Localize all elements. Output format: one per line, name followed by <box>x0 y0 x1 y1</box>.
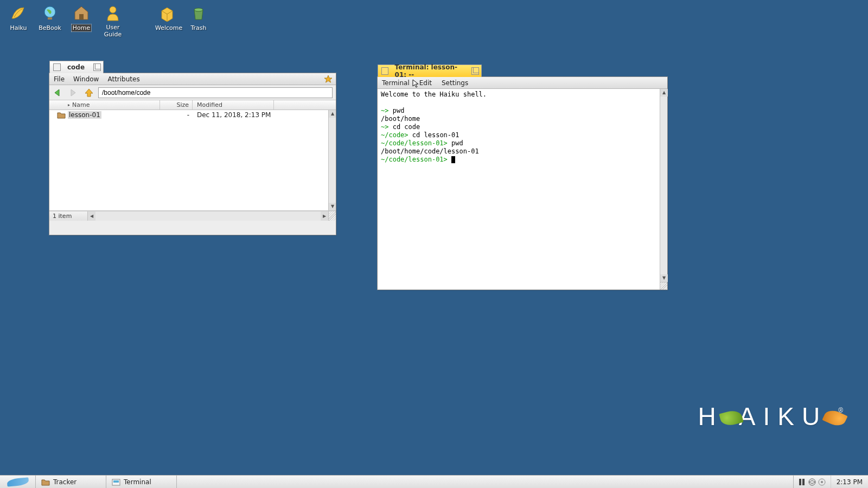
tracker-titlebar[interactable]: code <box>49 61 104 73</box>
task-label: Terminal <box>124 478 151 486</box>
forward-button[interactable] <box>68 87 80 98</box>
close-icon[interactable] <box>53 63 61 71</box>
desktop-icon-label: BeBook <box>37 24 62 31</box>
column-modified[interactable]: Modified <box>193 100 274 110</box>
globe-icon <box>41 4 59 22</box>
column-name[interactable]: Name <box>49 100 160 110</box>
file-size: - <box>160 111 193 119</box>
favorites-icon[interactable] <box>324 75 333 84</box>
zoom-icon[interactable] <box>93 63 101 71</box>
file-name: lesson-01 <box>68 111 160 119</box>
terminal-icon <box>112 478 120 486</box>
file-list[interactable]: lesson-01 - Dec 11, 2018, 2:13 PM ▲ ▼ <box>49 110 336 211</box>
desktop-icon-label: Trash <box>189 24 207 31</box>
svg-point-11 <box>821 481 823 483</box>
menu-window[interactable]: Window <box>73 75 99 83</box>
haiku-logo: HAIKU® <box>698 402 843 431</box>
terminal-output[interactable]: Welcome to the Haiku shell. ~> pwd /boot… <box>378 89 667 282</box>
svg-rect-1 <box>48 17 52 20</box>
desktop-icon-label: Haiku <box>9 24 28 31</box>
window-title: Terminal: lesson-01: -- <box>395 63 467 79</box>
terminal-window: Terminal: lesson-01: -- Terminal Edit Se… <box>377 76 668 290</box>
desktop-icon-label: Welcome <box>154 24 183 31</box>
file-modified: Dec 11, 2018, 2:13 PM <box>193 111 271 119</box>
svg-rect-8 <box>802 479 805 485</box>
tracker-window: code File Window Attributes Name Size Mo… <box>49 73 336 235</box>
task-label: Tracker <box>53 478 76 486</box>
close-icon[interactable] <box>381 67 388 75</box>
scroll-down-icon[interactable]: ▼ <box>660 274 668 282</box>
svg-point-3 <box>110 7 116 13</box>
tracker-menubar: File Window Attributes <box>49 73 336 85</box>
vertical-scrollbar[interactable]: ▲ ▼ <box>328 110 336 210</box>
folder-icon <box>41 478 50 486</box>
item-count: 1 item <box>53 213 72 220</box>
zoom-icon[interactable] <box>471 67 479 75</box>
terminal-body[interactable]: Welcome to the Haiku shell. ~> pwd /boot… <box>378 89 667 290</box>
scroll-right-icon[interactable]: ▶ <box>321 211 328 221</box>
tray-proc-icon[interactable] <box>798 478 807 486</box>
desktop-icon-bebook[interactable]: BeBook <box>37 4 63 38</box>
resize-handle[interactable] <box>328 211 336 221</box>
folder-icon <box>49 111 68 119</box>
feather-icon <box>7 477 29 486</box>
box-icon <box>158 4 176 22</box>
column-headers: Name Size Modified <box>49 100 336 110</box>
file-row[interactable]: lesson-01 - Dec 11, 2018, 2:13 PM <box>49 110 336 120</box>
tracker-toolbar <box>49 85 336 100</box>
person-icon <box>104 4 122 22</box>
desktop-icon-userguide[interactable]: User Guide <box>100 4 126 38</box>
taskbar: Tracker Terminal 2:13 PM <box>0 475 868 488</box>
desktop-icon-label: Home <box>72 24 91 31</box>
clock[interactable]: 2:13 PM <box>831 476 868 488</box>
scroll-up-icon[interactable]: ▲ <box>329 110 336 118</box>
tray-disc-icon[interactable] <box>818 478 826 486</box>
terminal-menubar: Terminal Edit Settings <box>378 77 667 89</box>
column-size[interactable]: Size <box>160 100 193 110</box>
leaf-icon <box>10 4 27 22</box>
resize-handle[interactable] <box>660 282 667 290</box>
system-tray <box>793 476 831 488</box>
desktop-icon-label: User Guide <box>100 24 126 38</box>
svg-rect-6 <box>113 480 119 483</box>
svg-rect-2 <box>79 14 84 20</box>
status-bar: 1 item ◀ ▶ <box>49 211 336 221</box>
terminal-titlebar[interactable]: Terminal: lesson-01: -- <box>378 65 482 77</box>
menu-terminal[interactable]: Terminal <box>382 79 410 87</box>
menu-edit[interactable]: Edit <box>419 79 432 87</box>
svg-point-4 <box>194 8 203 11</box>
vertical-scrollbar[interactable]: ▲ ▼ <box>660 89 667 282</box>
back-button[interactable] <box>53 87 65 98</box>
column-spacer <box>274 100 336 110</box>
window-title: code <box>67 63 85 71</box>
menu-settings[interactable]: Settings <box>442 79 468 87</box>
tray-network-icon[interactable] <box>808 478 816 486</box>
taskbar-spacer <box>177 476 793 488</box>
scroll-up-icon[interactable]: ▲ <box>660 89 668 97</box>
menu-attributes[interactable]: Attributes <box>107 75 139 83</box>
deskbar-leaf-button[interactable] <box>0 476 36 488</box>
desktop-icon-haiku[interactable]: Haiku <box>5 4 31 38</box>
home-folder-icon <box>73 4 90 22</box>
path-input[interactable] <box>98 87 333 98</box>
desktop-icon-home[interactable]: Home <box>68 4 94 38</box>
scroll-down-icon[interactable]: ▼ <box>329 203 336 210</box>
trash-icon <box>190 4 207 22</box>
scroll-left-icon[interactable]: ◀ <box>88 211 95 221</box>
svg-point-9 <box>809 479 815 485</box>
up-button[interactable] <box>83 87 95 98</box>
desktop-icon-welcome[interactable]: Welcome <box>154 4 180 38</box>
desktop-icons: Haiku BeBook Home User Guide Welcome Tra… <box>5 4 212 38</box>
svg-rect-7 <box>799 479 801 485</box>
desktop-icon-trash[interactable]: Trash <box>186 4 212 38</box>
taskbar-item-tracker[interactable]: Tracker <box>36 476 106 488</box>
horizontal-scrollbar[interactable]: ◀ ▶ <box>87 211 328 221</box>
menu-file[interactable]: File <box>54 75 65 83</box>
taskbar-item-terminal[interactable]: Terminal <box>106 476 177 488</box>
